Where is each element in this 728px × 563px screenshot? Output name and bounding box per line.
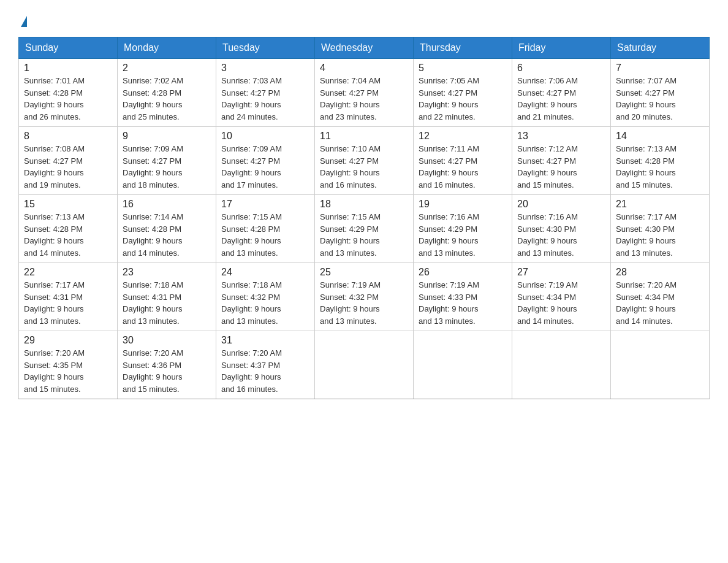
calendar-cell: 22 Sunrise: 7:17 AM Sunset: 4:31 PM Dayl… bbox=[19, 263, 118, 331]
day-info: Sunrise: 7:06 AM Sunset: 4:27 PM Dayligh… bbox=[517, 75, 605, 123]
day-number: 17 bbox=[221, 199, 309, 210]
day-number: 24 bbox=[221, 267, 309, 278]
day-info: Sunrise: 7:09 AM Sunset: 4:27 PM Dayligh… bbox=[221, 143, 309, 191]
calendar-cell: 9 Sunrise: 7:09 AM Sunset: 4:27 PM Dayli… bbox=[118, 127, 216, 195]
logo-triangle-icon bbox=[21, 16, 27, 27]
day-number: 2 bbox=[123, 63, 211, 74]
day-number: 18 bbox=[320, 199, 408, 210]
calendar-cell bbox=[315, 331, 414, 399]
calendar-cell: 28 Sunrise: 7:20 AM Sunset: 4:34 PM Dayl… bbox=[611, 263, 710, 331]
day-info: Sunrise: 7:19 AM Sunset: 4:33 PM Dayligh… bbox=[419, 279, 507, 327]
page-header bbox=[18, 12, 710, 27]
day-info: Sunrise: 7:05 AM Sunset: 4:27 PM Dayligh… bbox=[419, 75, 507, 123]
calendar-cell: 31 Sunrise: 7:20 AM Sunset: 4:37 PM Dayl… bbox=[216, 331, 315, 399]
weekday-header-monday: Monday bbox=[118, 37, 216, 59]
calendar-cell: 3 Sunrise: 7:03 AM Sunset: 4:27 PM Dayli… bbox=[216, 59, 315, 127]
calendar-cell: 16 Sunrise: 7:14 AM Sunset: 4:28 PM Dayl… bbox=[118, 195, 216, 263]
day-info: Sunrise: 7:16 AM Sunset: 4:30 PM Dayligh… bbox=[517, 211, 605, 259]
day-info: Sunrise: 7:18 AM Sunset: 4:31 PM Dayligh… bbox=[123, 279, 211, 327]
day-info: Sunrise: 7:13 AM Sunset: 4:28 PM Dayligh… bbox=[24, 211, 112, 259]
calendar-cell: 10 Sunrise: 7:09 AM Sunset: 4:27 PM Dayl… bbox=[216, 127, 315, 195]
logo-blue-text bbox=[18, 16, 27, 27]
day-number: 25 bbox=[320, 267, 408, 278]
day-number: 31 bbox=[221, 335, 309, 346]
day-info: Sunrise: 7:15 AM Sunset: 4:29 PM Dayligh… bbox=[320, 211, 408, 259]
calendar-week-row: 15 Sunrise: 7:13 AM Sunset: 4:28 PM Dayl… bbox=[19, 195, 710, 263]
calendar-week-row: 22 Sunrise: 7:17 AM Sunset: 4:31 PM Dayl… bbox=[19, 263, 710, 331]
day-info: Sunrise: 7:19 AM Sunset: 4:34 PM Dayligh… bbox=[517, 279, 605, 327]
calendar-table: SundayMondayTuesdayWednesdayThursdayFrid… bbox=[18, 37, 710, 399]
calendar-cell: 20 Sunrise: 7:16 AM Sunset: 4:30 PM Dayl… bbox=[512, 195, 611, 263]
day-number: 14 bbox=[616, 131, 704, 142]
weekday-header-saturday: Saturday bbox=[611, 37, 710, 59]
day-number: 8 bbox=[24, 131, 112, 142]
day-info: Sunrise: 7:17 AM Sunset: 4:30 PM Dayligh… bbox=[616, 211, 704, 259]
calendar-cell bbox=[414, 331, 512, 399]
weekday-header-thursday: Thursday bbox=[414, 37, 512, 59]
calendar-cell: 14 Sunrise: 7:13 AM Sunset: 4:28 PM Dayl… bbox=[611, 127, 710, 195]
calendar-cell: 26 Sunrise: 7:19 AM Sunset: 4:33 PM Dayl… bbox=[414, 263, 512, 331]
calendar-cell: 27 Sunrise: 7:19 AM Sunset: 4:34 PM Dayl… bbox=[512, 263, 611, 331]
day-info: Sunrise: 7:11 AM Sunset: 4:27 PM Dayligh… bbox=[419, 143, 507, 191]
day-info: Sunrise: 7:20 AM Sunset: 4:34 PM Dayligh… bbox=[616, 279, 704, 327]
day-number: 29 bbox=[24, 335, 112, 346]
day-info: Sunrise: 7:18 AM Sunset: 4:32 PM Dayligh… bbox=[221, 279, 309, 327]
calendar-cell: 15 Sunrise: 7:13 AM Sunset: 4:28 PM Dayl… bbox=[19, 195, 118, 263]
day-number: 10 bbox=[221, 131, 309, 142]
calendar-cell bbox=[512, 331, 611, 399]
calendar-cell: 2 Sunrise: 7:02 AM Sunset: 4:28 PM Dayli… bbox=[118, 59, 216, 127]
day-number: 16 bbox=[123, 199, 211, 210]
day-number: 7 bbox=[616, 63, 704, 74]
calendar-cell: 5 Sunrise: 7:05 AM Sunset: 4:27 PM Dayli… bbox=[414, 59, 512, 127]
calendar-cell: 4 Sunrise: 7:04 AM Sunset: 4:27 PM Dayli… bbox=[315, 59, 414, 127]
day-info: Sunrise: 7:19 AM Sunset: 4:32 PM Dayligh… bbox=[320, 279, 408, 327]
day-number: 9 bbox=[123, 131, 211, 142]
calendar-week-row: 8 Sunrise: 7:08 AM Sunset: 4:27 PM Dayli… bbox=[19, 127, 710, 195]
calendar-cell: 11 Sunrise: 7:10 AM Sunset: 4:27 PM Dayl… bbox=[315, 127, 414, 195]
calendar-cell: 13 Sunrise: 7:12 AM Sunset: 4:27 PM Dayl… bbox=[512, 127, 611, 195]
weekday-header-row: SundayMondayTuesdayWednesdayThursdayFrid… bbox=[19, 37, 710, 59]
calendar-cell: 8 Sunrise: 7:08 AM Sunset: 4:27 PM Dayli… bbox=[19, 127, 118, 195]
calendar-cell: 29 Sunrise: 7:20 AM Sunset: 4:35 PM Dayl… bbox=[19, 331, 118, 399]
day-number: 21 bbox=[616, 199, 704, 210]
day-info: Sunrise: 7:20 AM Sunset: 4:35 PM Dayligh… bbox=[24, 347, 112, 395]
weekday-header-friday: Friday bbox=[512, 37, 611, 59]
calendar-cell bbox=[611, 331, 710, 399]
calendar-cell: 18 Sunrise: 7:15 AM Sunset: 4:29 PM Dayl… bbox=[315, 195, 414, 263]
day-info: Sunrise: 7:02 AM Sunset: 4:28 PM Dayligh… bbox=[123, 75, 211, 123]
day-number: 19 bbox=[419, 199, 507, 210]
calendar-cell: 24 Sunrise: 7:18 AM Sunset: 4:32 PM Dayl… bbox=[216, 263, 315, 331]
calendar-week-row: 29 Sunrise: 7:20 AM Sunset: 4:35 PM Dayl… bbox=[19, 331, 710, 399]
calendar-cell: 1 Sunrise: 7:01 AM Sunset: 4:28 PM Dayli… bbox=[19, 59, 118, 127]
calendar-cell: 25 Sunrise: 7:19 AM Sunset: 4:32 PM Dayl… bbox=[315, 263, 414, 331]
day-number: 20 bbox=[517, 199, 605, 210]
calendar-cell: 17 Sunrise: 7:15 AM Sunset: 4:28 PM Dayl… bbox=[216, 195, 315, 263]
calendar-cell: 21 Sunrise: 7:17 AM Sunset: 4:30 PM Dayl… bbox=[611, 195, 710, 263]
calendar-cell: 23 Sunrise: 7:18 AM Sunset: 4:31 PM Dayl… bbox=[118, 263, 216, 331]
day-info: Sunrise: 7:13 AM Sunset: 4:28 PM Dayligh… bbox=[616, 143, 704, 191]
day-info: Sunrise: 7:20 AM Sunset: 4:37 PM Dayligh… bbox=[221, 347, 309, 395]
day-number: 22 bbox=[24, 267, 112, 278]
day-info: Sunrise: 7:20 AM Sunset: 4:36 PM Dayligh… bbox=[123, 347, 211, 395]
day-number: 3 bbox=[221, 63, 309, 74]
day-info: Sunrise: 7:07 AM Sunset: 4:27 PM Dayligh… bbox=[616, 75, 704, 123]
day-number: 15 bbox=[24, 199, 112, 210]
calendar-cell: 19 Sunrise: 7:16 AM Sunset: 4:29 PM Dayl… bbox=[414, 195, 512, 263]
logo bbox=[18, 12, 27, 27]
day-info: Sunrise: 7:08 AM Sunset: 4:27 PM Dayligh… bbox=[24, 143, 112, 191]
day-number: 30 bbox=[123, 335, 211, 346]
day-info: Sunrise: 7:14 AM Sunset: 4:28 PM Dayligh… bbox=[123, 211, 211, 259]
weekday-header-wednesday: Wednesday bbox=[315, 37, 414, 59]
day-info: Sunrise: 7:03 AM Sunset: 4:27 PM Dayligh… bbox=[221, 75, 309, 123]
calendar-week-row: 1 Sunrise: 7:01 AM Sunset: 4:28 PM Dayli… bbox=[19, 59, 710, 127]
day-number: 1 bbox=[24, 63, 112, 74]
calendar-cell: 6 Sunrise: 7:06 AM Sunset: 4:27 PM Dayli… bbox=[512, 59, 611, 127]
day-number: 28 bbox=[616, 267, 704, 278]
day-info: Sunrise: 7:17 AM Sunset: 4:31 PM Dayligh… bbox=[24, 279, 112, 327]
day-number: 12 bbox=[419, 131, 507, 142]
day-number: 5 bbox=[419, 63, 507, 74]
day-number: 26 bbox=[419, 267, 507, 278]
calendar-cell: 30 Sunrise: 7:20 AM Sunset: 4:36 PM Dayl… bbox=[118, 331, 216, 399]
day-number: 4 bbox=[320, 63, 408, 74]
day-info: Sunrise: 7:12 AM Sunset: 4:27 PM Dayligh… bbox=[517, 143, 605, 191]
